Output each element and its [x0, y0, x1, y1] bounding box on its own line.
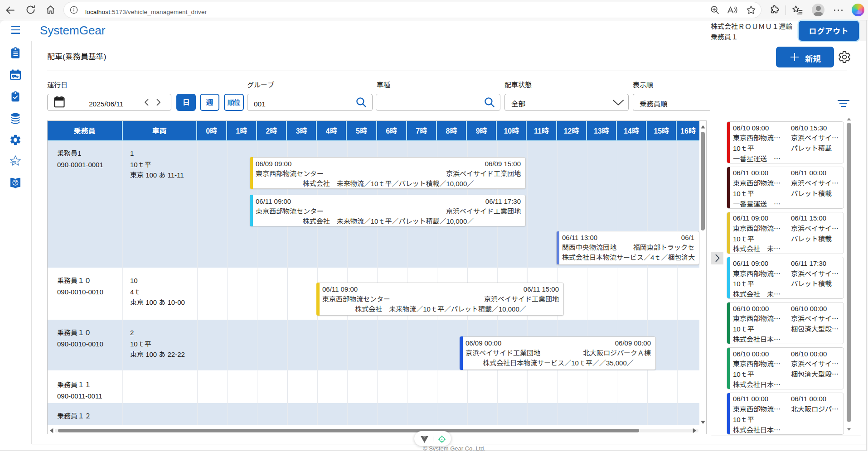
svg-text:?: ? [14, 180, 17, 185]
